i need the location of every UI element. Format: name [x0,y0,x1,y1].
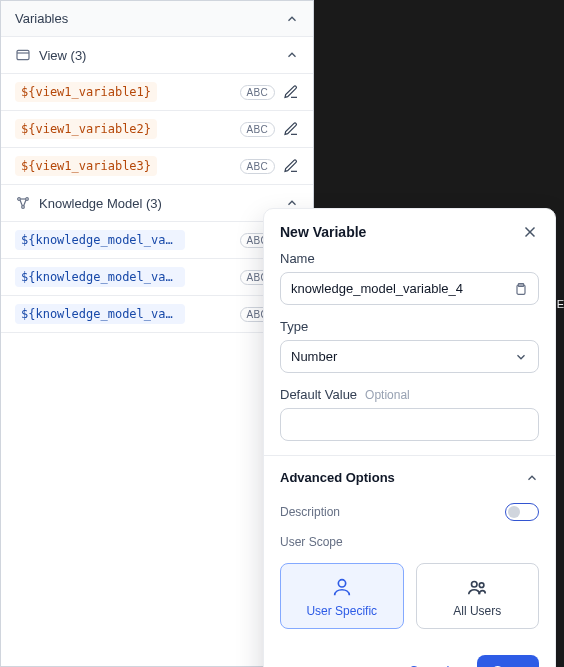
svg-point-12 [338,580,345,587]
scope-all-users[interactable]: All Users [416,563,540,629]
edit-icon[interactable] [283,121,299,137]
chevron-up-icon [285,48,299,62]
view-icon [15,47,31,63]
type-value: Number [291,349,337,364]
edit-icon[interactable] [283,84,299,100]
modal-title: New Variable [280,224,366,240]
advanced-options-header[interactable]: Advanced Options [280,470,539,485]
user-scope-label: User Scope [280,535,343,549]
divider [264,455,555,456]
description-toggle[interactable] [505,503,539,521]
chevron-down-icon [514,350,528,364]
new-variable-modal: New Variable Name Type Number Default Va… [263,208,556,667]
svg-point-13 [472,582,478,588]
type-badge: ABC [240,159,275,174]
variable-pill[interactable]: ${knowledge_model_variable1} [15,230,185,250]
scope-user-specific[interactable]: User Specific [280,563,404,629]
name-input[interactable] [280,272,539,305]
type-label: Type [280,319,539,334]
variables-panel-header[interactable]: Variables [1,1,313,37]
svg-rect-0 [17,50,29,59]
svg-point-3 [26,198,29,201]
user-icon [331,576,353,598]
background-edge-text: E [557,298,564,310]
type-badge: ABC [240,85,275,100]
chevron-up-icon [525,471,539,485]
knowledge-model-icon [15,195,31,211]
users-icon [466,576,488,598]
name-label: Name [280,251,539,266]
view-group-label: View (3) [39,48,277,63]
edit-icon[interactable] [283,158,299,174]
variables-panel-title: Variables [15,11,68,26]
type-select[interactable]: Number [280,340,539,373]
svg-point-14 [480,583,485,588]
variable-row: ${view1_variable1} ABC [1,74,313,111]
default-label: Default Value [280,387,357,402]
svg-line-5 [20,200,22,206]
scope-user-label: User Specific [306,604,377,618]
description-label: Description [280,505,340,519]
chevron-up-icon [285,12,299,26]
advanced-options-title: Advanced Options [280,470,395,485]
variable-row: ${view1_variable2} ABC [1,111,313,148]
default-value-input[interactable] [280,408,539,441]
km-group-label: Knowledge Model (3) [39,196,277,211]
view-group-header[interactable]: View (3) [1,37,313,74]
variable-pill[interactable]: ${knowledge_model_variable2} [15,267,185,287]
variable-pill[interactable]: ${view1_variable2} [15,119,157,139]
svg-line-6 [24,200,26,206]
variable-row: ${view1_variable3} ABC [1,148,313,185]
clipboard-icon[interactable] [513,281,529,297]
optional-label: Optional [365,388,410,402]
close-icon[interactable] [521,223,539,241]
variable-pill[interactable]: ${view1_variable3} [15,156,157,176]
cancel-button[interactable]: Cancel [393,655,465,667]
type-badge: ABC [240,122,275,137]
svg-point-2 [18,198,21,201]
svg-point-4 [22,206,25,209]
variable-pill[interactable]: ${knowledge_model_variable… [15,304,185,324]
scope-all-label: All Users [453,604,501,618]
variable-pill[interactable]: ${view1_variable1} [15,82,157,102]
save-button[interactable]: Save [477,655,539,667]
